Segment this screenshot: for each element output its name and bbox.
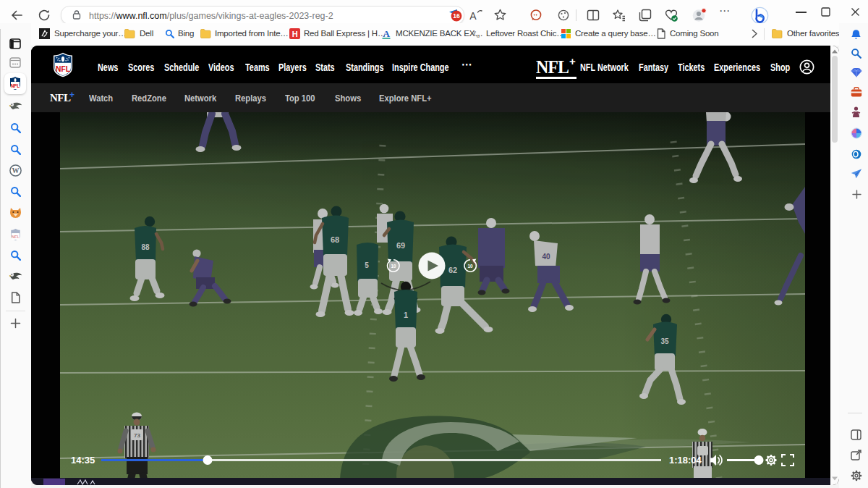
svg-text:1:18:04: 1:18:04 <box>669 455 702 466</box>
svg-text:NFL: NFL <box>11 83 20 88</box>
svg-text:10: 10 <box>391 264 396 269</box>
svg-text:NFL: NFL <box>12 235 20 239</box>
svg-text:ɢ: ɢ <box>477 32 480 39</box>
svg-text:10: 10 <box>467 264 473 269</box>
svg-text:14:35: 14:35 <box>71 455 95 466</box>
svg-text:A: A <box>383 28 390 39</box>
svg-text:W: W <box>12 167 20 174</box>
svg-text:16: 16 <box>453 12 460 20</box>
svg-text:H: H <box>292 30 298 38</box>
svg-text:ℓ: ℓ <box>473 30 476 37</box>
svg-text:A: A <box>469 10 477 22</box>
